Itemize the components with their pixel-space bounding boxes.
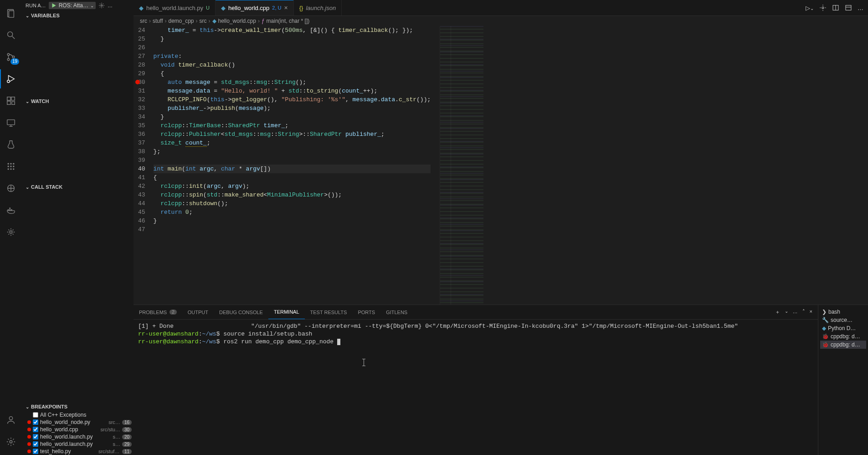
- activity-explorer[interactable]: [0, 4, 22, 23]
- section-call-stack[interactable]: ⌄ CALL STACK: [22, 182, 134, 191]
- activity-docker-icon[interactable]: [0, 201, 22, 220]
- svg-point-21: [13, 165, 14, 167]
- breakpoint-checkbox[interactable]: [33, 427, 38, 432]
- breakpoint-label: All C++ Exceptions: [40, 412, 132, 418]
- run-file-icon[interactable]: ▷⌄: [806, 5, 814, 11]
- terminal-command: ros2 run demo_cpp demo_cpp_node: [223, 338, 337, 345]
- terminal-list-item[interactable]: 🐞cppdbg: d…: [820, 332, 866, 341]
- activity-generic-2[interactable]: [0, 222, 22, 242]
- terminal-list-item[interactable]: ❯bash: [820, 308, 866, 316]
- panel-tab-output[interactable]: OUTPUT: [182, 305, 214, 319]
- breakpoint-checkbox[interactable]: [33, 412, 38, 418]
- terminal-list-item[interactable]: 🔧source…: [820, 316, 866, 324]
- terminal-list-item[interactable]: 🐞cppdbg: d…: [820, 341, 866, 349]
- problems-count: 2: [169, 310, 177, 315]
- panel-overflow-icon[interactable]: …: [793, 309, 798, 315]
- panel-tab-debug-console[interactable]: DEBUG CONSOLE: [214, 305, 268, 319]
- activity-source-control[interactable]: 19: [0, 47, 22, 67]
- debug-start-icon[interactable]: [51, 2, 57, 9]
- svg-point-18: [13, 163, 14, 165]
- section-breakpoints[interactable]: ⌄ BREAKPOINTS: [22, 402, 134, 411]
- terminal-prompt-user: rr-user@dawnshard: [138, 338, 199, 345]
- layout-icon[interactable]: [845, 4, 852, 11]
- activity-run-debug[interactable]: [0, 69, 22, 88]
- svg-rect-9: [7, 97, 10, 100]
- activity-search[interactable]: [0, 26, 22, 45]
- svg-rect-10: [11, 97, 15, 100]
- editor-toolbar-gear-icon[interactable]: [819, 4, 827, 11]
- breakpoint-item[interactable]: hello_world.launch.py s… 20: [22, 433, 134, 440]
- terminal-cursor: [337, 339, 340, 345]
- section-watch[interactable]: ⌄ WATCH: [22, 97, 134, 106]
- split-editor-icon[interactable]: [832, 4, 839, 11]
- terminal-list-item[interactable]: ◆Python D…: [820, 324, 866, 332]
- terminal-list: ❯bash 🔧source… ◆Python D… 🐞cppdbg: d… 🐞c…: [818, 305, 868, 455]
- chevron-down-icon: ⌄: [90, 3, 94, 8]
- breadcrumb[interactable]: src› stuff› demo_cpp› src› ◆hello_world.…: [134, 16, 868, 26]
- breakpoint-path: s…: [113, 441, 120, 447]
- breakpoint-path: s…: [113, 434, 120, 439]
- breakpoint-file: hello_world.launch.py: [40, 441, 111, 447]
- activity-generic-1[interactable]: [0, 179, 22, 198]
- breakpoint-item[interactable]: hello_world.launch.py s… 29: [22, 440, 134, 448]
- tab-close-icon[interactable]: ×: [284, 4, 288, 11]
- tab-hello-world-cpp[interactable]: ◆ hello_world.cpp 2, U ×: [216, 0, 294, 16]
- breakpoint-file: hello_world_node.py: [40, 419, 107, 425]
- terminal[interactable]: [1] + Done"/usr/bin/gdb" --interpreter=m…: [134, 320, 818, 455]
- panel-tab-gitlens[interactable]: GITLENS: [380, 305, 413, 319]
- breadcrumb-segment[interactable]: main(int, char * []): [267, 18, 310, 24]
- bug-icon: 🐞: [822, 333, 829, 340]
- breakpoint-item[interactable]: hello_world.cpp src/stu… 30: [22, 426, 134, 433]
- panel-tab-ports[interactable]: PORTS: [352, 305, 380, 319]
- tab-label: hello_world.cpp: [228, 5, 269, 11]
- chevron-down-icon: ⌄: [26, 99, 29, 104]
- activity-remote[interactable]: [0, 113, 22, 132]
- breakpoint-path: src/stu…: [100, 427, 120, 432]
- debug-config-gear-icon[interactable]: [98, 2, 105, 9]
- new-terminal-dropdown-icon[interactable]: ⌄: [785, 309, 788, 315]
- breakpoint-file: hello_world.cpp: [40, 426, 98, 433]
- svg-rect-12: [12, 102, 15, 104]
- activity-extensions[interactable]: [0, 91, 22, 110]
- svg-point-20: [10, 165, 11, 167]
- editor-overflow-icon[interactable]: …: [858, 5, 863, 11]
- activity-settings[interactable]: [0, 432, 22, 451]
- breadcrumb-segment[interactable]: src: [140, 18, 147, 24]
- svg-point-19: [8, 165, 9, 167]
- panel-tab-terminal[interactable]: TERMINAL: [268, 305, 305, 319]
- tab-hello-world-launch[interactable]: ◆ hello_world.launch.py U: [134, 0, 216, 16]
- breakpoint-file: hello_world.launch.py: [40, 434, 111, 440]
- breadcrumb-segment[interactable]: stuff: [153, 18, 163, 24]
- breakpoint-item[interactable]: test_hello.py src/stuff/d… 11: [22, 448, 134, 455]
- activity-accounts[interactable]: [0, 410, 22, 429]
- breakpoint-checkbox[interactable]: [33, 434, 38, 439]
- activity-testing[interactable]: [0, 135, 22, 154]
- panel-close-icon[interactable]: ×: [810, 309, 812, 315]
- bash-icon: ❯: [822, 309, 827, 315]
- debug-config-selector[interactable]: ROS: Atta… ⌄: [49, 2, 96, 9]
- activity-ros-icon[interactable]: [0, 157, 22, 176]
- breadcrumb-segment[interactable]: demo_cpp: [168, 18, 194, 24]
- breakpoint-checkbox[interactable]: [33, 441, 38, 447]
- breadcrumb-segment[interactable]: hello_world.cpp: [218, 18, 256, 24]
- breakpoint-checkbox[interactable]: [33, 419, 38, 425]
- tab-label: hello_world.launch.py: [146, 5, 203, 11]
- breakpoint-all-cpp-exceptions[interactable]: All C++ Exceptions: [22, 411, 134, 419]
- python-file-icon: ◆: [139, 5, 144, 11]
- section-variables[interactable]: ⌄ VARIABLES: [22, 11, 134, 20]
- minimap[interactable]: [440, 26, 483, 305]
- sidebar-overflow-icon[interactable]: …: [108, 3, 113, 8]
- panel-tab-test-results[interactable]: TEST RESULTS: [305, 305, 353, 319]
- terminal-prompt-user: rr-user@dawnshard: [138, 331, 199, 337]
- new-terminal-icon[interactable]: ＋: [775, 309, 780, 315]
- panel-maximize-icon[interactable]: ˄: [802, 309, 805, 315]
- terminal-prompt-path: ~/ws: [202, 331, 216, 337]
- breadcrumb-segment[interactable]: src: [200, 18, 207, 24]
- code-editor[interactable]: 2425262728293031323334353637383940414243…: [134, 26, 868, 305]
- svg-point-32: [10, 440, 12, 443]
- chevron-down-icon: ⌄: [26, 13, 29, 18]
- panel-tab-problems[interactable]: PROBLEMS 2: [134, 305, 182, 319]
- breakpoint-checkbox[interactable]: [33, 449, 38, 454]
- tab-launch-json[interactable]: {} launch.json: [294, 0, 342, 16]
- breakpoint-item[interactable]: hello_world_node.py src… 16: [22, 419, 134, 426]
